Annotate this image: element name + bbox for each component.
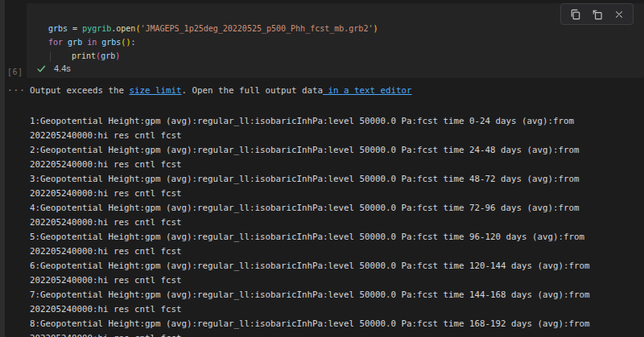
code-token-bracket_gold: () bbox=[121, 38, 130, 47]
output-line: 202205240000:hi res cntl fcst bbox=[30, 331, 641, 337]
output-truncation-notice: Output exceeds the size limit. Open the … bbox=[30, 84, 641, 113]
copy-button[interactable] bbox=[567, 6, 584, 23]
code-line: print(grb) bbox=[48, 49, 547, 63]
output-entry: 1:Geopotential Height:gpm (avg):regular_… bbox=[30, 114, 641, 143]
code-token-variable: grbs bbox=[101, 38, 121, 47]
notebook-page: [6] grbs = pygrib.open('JMAGEPS_1p25deg_… bbox=[0, 0, 644, 337]
code-editor[interactable]: grbs = pygrib.open('JMAGEPS_1p25deg_2022… bbox=[48, 22, 547, 63]
code-token-bracket_gold: ) bbox=[373, 24, 378, 33]
output-line: 202205240000:hi res cntl fcst bbox=[30, 129, 641, 143]
execution-count: [6] bbox=[7, 68, 23, 76]
output-entry: 8:Geopotential Height:gpm (avg):regular_… bbox=[30, 317, 641, 337]
code-token-string: 'JMAGEPS_1p25deg_20220525_p500_Phh_fcst_… bbox=[140, 24, 373, 33]
close-icon bbox=[613, 9, 625, 20]
output-entry: 6:Geopotential Height:gpm (avg):regular_… bbox=[30, 259, 641, 288]
code-token-punct: = bbox=[68, 24, 82, 33]
output-line: 7:Geopotential Height:gpm (avg):regular_… bbox=[30, 288, 641, 302]
code-token-variable: grb bbox=[101, 51, 115, 60]
cell-focus-bar bbox=[0, 0, 5, 337]
output-line: 5:Geopotential Height:gpm (avg):regular_… bbox=[30, 230, 641, 245]
output-line: 202205240000:hi res cntl fcst bbox=[30, 158, 641, 172]
code-token-module: pygrib bbox=[82, 24, 111, 33]
output-entry: 4:Geopotential Height:gpm (avg):regular_… bbox=[30, 201, 641, 230]
output-entry: 5:Geopotential Height:gpm (avg):regular_… bbox=[30, 230, 641, 259]
output-entry: 2:Geopotential Height:gpm (avg):regular_… bbox=[30, 143, 641, 172]
code-line: grbs = pygrib.open('JMAGEPS_1p25deg_2022… bbox=[48, 22, 547, 35]
output-line: 3:Geopotential Height:gpm (avg):regular_… bbox=[30, 172, 641, 187]
output-line: 202205240000:hi res cntl fcst bbox=[30, 216, 641, 230]
output-entry: 7:Geopotential Height:gpm (avg):regular_… bbox=[30, 288, 641, 317]
notice-text: . Open the full output data bbox=[182, 85, 324, 96]
output-text: 1:Geopotential Height:gpm (avg):regular_… bbox=[30, 114, 641, 337]
code-token-variable: grbs bbox=[48, 24, 68, 33]
output-line: 8:Geopotential Height:gpm (avg):regular_… bbox=[30, 317, 641, 331]
code-token-function: open bbox=[116, 24, 135, 33]
code-token-variable: grb bbox=[68, 38, 82, 47]
code-line: for grb in grbs(): bbox=[48, 35, 547, 49]
execution-duration: 4.4s bbox=[54, 64, 71, 73]
copy-icon bbox=[569, 8, 581, 20]
code-token-function: print bbox=[72, 51, 96, 60]
code-token-punct: : bbox=[130, 38, 135, 47]
output-line: 202205240000:hi res cntl fcst bbox=[30, 245, 641, 259]
output-line: 2:Geopotential Height:gpm (avg):regular_… bbox=[30, 143, 641, 158]
output-line: 4:Geopotential Height:gpm (avg):regular_… bbox=[30, 201, 641, 216]
paste-button[interactable] bbox=[588, 6, 605, 23]
indent-guide bbox=[50, 51, 72, 62]
success-check-icon bbox=[36, 64, 47, 74]
output-line: 202205240000:hi res cntl fcst bbox=[30, 273, 641, 288]
cell-status-bar: 4.4s bbox=[36, 62, 71, 75]
code-token-keyword: in bbox=[87, 38, 97, 47]
size-limit-link[interactable]: size limit bbox=[130, 85, 182, 96]
output-line: 202205240000:hi res cntl fcst bbox=[30, 187, 641, 201]
notice-text: Output exceeds the bbox=[30, 85, 130, 96]
code-cell: grbs = pygrib.open('JMAGEPS_1p25deg_2022… bbox=[27, 3, 644, 78]
output-collapsed-indicator[interactable]: ... bbox=[7, 83, 26, 93]
close-button[interactable] bbox=[610, 6, 627, 23]
output-entry: 3:Geopotential Height:gpm (avg):regular_… bbox=[30, 172, 641, 201]
open-text-editor-link[interactable]: in a text editor bbox=[323, 85, 412, 96]
output-line: 6:Geopotential Height:gpm (avg):regular_… bbox=[30, 259, 641, 273]
output-line: 1:Geopotential Height:gpm (avg):regular_… bbox=[30, 114, 641, 129]
output-line: 202205240000:hi res cntl fcst bbox=[30, 302, 641, 317]
output-region: Output exceeds the size limit. Open the … bbox=[30, 84, 641, 337]
code-token-bracket_pink: ) bbox=[115, 51, 120, 60]
paste-icon bbox=[591, 8, 603, 20]
cell-toolbar bbox=[560, 3, 634, 25]
code-token-keyword: for bbox=[48, 38, 63, 47]
